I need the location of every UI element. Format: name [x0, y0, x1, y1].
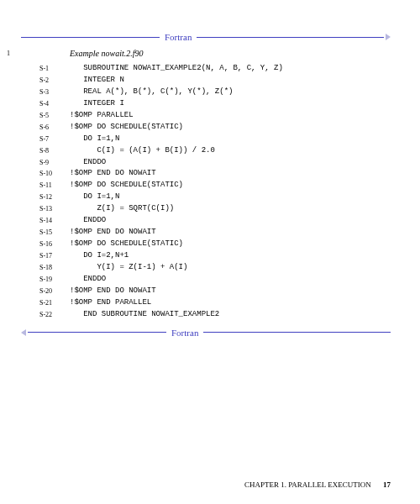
code-line: S-22 END SUBROUTINE NOWAIT_EXAMPLE2	[39, 309, 391, 321]
code-line: S-15!$OMP END DO NOWAIT	[39, 227, 391, 239]
code-line-text: Z(I) = SQRT(C(I))	[70, 203, 174, 215]
code-line-text: Y(I) = Z(I-1) + A(I)	[70, 262, 187, 274]
divider-line	[28, 332, 166, 333]
divider-label: Fortran	[166, 328, 203, 338]
code-line: S-5!$OMP PARALLEL	[39, 110, 391, 122]
code-line-text: REAL A(*), B(*), C(*), Y(*), Z(*)	[70, 87, 233, 98]
code-line: S-4 INTEGER I	[39, 98, 391, 110]
code-line-text: !$OMP END PARALLEL	[70, 297, 151, 309]
code-line-label: S-12	[39, 192, 70, 203]
code-line-text: !$OMP DO SCHEDULE(STATIC)	[70, 122, 183, 134]
code-line-text: !$OMP END DO NOWAIT	[70, 168, 156, 180]
footer-page-number: 17	[383, 480, 391, 489]
code-line: S-8 C(I) = (A(I) + B(I)) / 2.0	[39, 145, 391, 157]
code-line-label: S-10	[39, 168, 70, 180]
code-line: S-1 SUBROUTINE NOWAIT_EXAMPLE2(N, A, B, …	[39, 63, 391, 75]
divider-line	[21, 37, 160, 38]
code-line-label: S-2	[39, 75, 70, 87]
divider-label: Fortran	[160, 32, 197, 42]
code-line-label: S-7	[39, 134, 70, 145]
code-line: S-13 Z(I) = SQRT(C(I))	[39, 203, 391, 215]
code-line-label: S-17	[39, 250, 70, 262]
code-block: S-1 SUBROUTINE NOWAIT_EXAMPLE2(N, A, B, …	[39, 63, 391, 321]
code-line: S-11!$OMP DO SCHEDULE(STATIC)	[39, 180, 391, 192]
code-line-text: ENDDO	[70, 274, 106, 286]
code-line-label: S-21	[39, 297, 70, 309]
code-line: S-12 DO I=1,N	[39, 192, 391, 203]
code-line-label: S-14	[39, 215, 70, 227]
footer-chapter: CHAPTER 1. PARALLEL EXECUTION	[244, 480, 371, 489]
code-line-text: INTEGER I	[70, 98, 124, 110]
code-line-label: S-6	[39, 122, 70, 134]
code-line-text: END SUBROUTINE NOWAIT_EXAMPLE2	[70, 309, 219, 321]
code-line-label: S-4	[39, 98, 70, 110]
code-line-label: S-9	[39, 157, 70, 169]
code-line-text: DO I=1,N	[70, 192, 119, 203]
code-line-label: S-20	[39, 286, 70, 297]
section-divider-bottom: Fortran	[21, 328, 391, 338]
code-line: S-7 DO I=1,N	[39, 134, 391, 145]
code-line: S-17 DO I=2,N+1	[39, 250, 391, 262]
example-title: Example nowait.2.f90	[70, 49, 391, 58]
divider-line	[197, 37, 384, 38]
margin-line-number: 1	[7, 50, 10, 57]
code-line-label: S-11	[39, 180, 70, 192]
code-line-text: DO I=1,N	[70, 134, 119, 145]
code-line: S-6!$OMP DO SCHEDULE(STATIC)	[39, 122, 391, 134]
code-line: S-19 ENDDO	[39, 274, 391, 286]
code-line: S-18 Y(I) = Z(I-1) + A(I)	[39, 262, 391, 274]
code-line-text: !$OMP DO SCHEDULE(STATIC)	[70, 239, 183, 250]
code-line-label: S-5	[39, 110, 70, 122]
code-line-text: !$OMP END DO NOWAIT	[70, 286, 156, 297]
code-line-text: C(I) = (A(I) + B(I)) / 2.0	[70, 145, 215, 157]
code-line: S-16!$OMP DO SCHEDULE(STATIC)	[39, 239, 391, 250]
code-line-label: S-18	[39, 262, 70, 274]
page-footer: CHAPTER 1. PARALLEL EXECUTION 17	[244, 480, 391, 489]
section-divider-top: Fortran	[21, 32, 391, 42]
code-line: S-3 REAL A(*), B(*), C(*), Y(*), Z(*)	[39, 87, 391, 98]
code-line-label: S-19	[39, 274, 70, 286]
code-line-label: S-1	[39, 63, 70, 75]
code-line: S-10!$OMP END DO NOWAIT	[39, 168, 391, 180]
code-line: S-21!$OMP END PARALLEL	[39, 297, 391, 309]
triangle-right-icon	[386, 34, 391, 40]
code-line-text: !$OMP PARALLEL	[70, 110, 134, 122]
code-line-label: S-8	[39, 145, 70, 157]
code-line-text: ENDDO	[70, 157, 106, 169]
code-line-label: S-15	[39, 227, 70, 239]
code-line-text: DO I=2,N+1	[70, 250, 129, 262]
code-line-label: S-13	[39, 203, 70, 215]
code-line-text: ENDDO	[70, 215, 106, 227]
code-line: S-20!$OMP END DO NOWAIT	[39, 286, 391, 297]
code-line-text: INTEGER N	[70, 75, 124, 87]
code-line-text: !$OMP END DO NOWAIT	[70, 227, 156, 239]
code-line-label: S-3	[39, 87, 70, 98]
code-line: S-2 INTEGER N	[39, 75, 391, 87]
divider-line	[203, 332, 391, 333]
code-line: S-9 ENDDO	[39, 157, 391, 169]
code-line-label: S-16	[39, 239, 70, 250]
code-line-label: S-22	[39, 309, 70, 321]
code-line-text: !$OMP DO SCHEDULE(STATIC)	[70, 180, 183, 192]
code-line-text: SUBROUTINE NOWAIT_EXAMPLE2(N, A, B, C, Y…	[70, 63, 283, 75]
code-line: S-14 ENDDO	[39, 215, 391, 227]
triangle-left-icon	[21, 329, 26, 336]
